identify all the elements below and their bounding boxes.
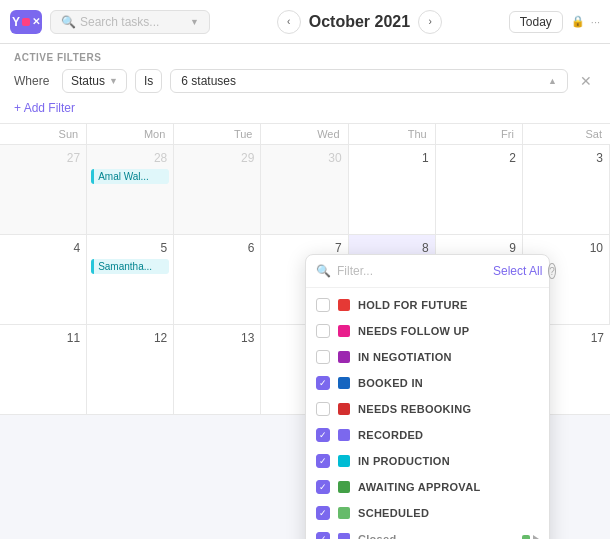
cal-num: 3: [527, 149, 605, 167]
next-month-button[interactable]: ›: [418, 10, 442, 34]
day-fri: Fri: [436, 124, 523, 144]
day-sat: Sat: [523, 124, 610, 144]
status-checkbox-closed[interactable]: [316, 532, 330, 539]
cal-cell-13[interactable]: 13: [174, 325, 261, 415]
status-color-in_negotiation: [338, 351, 350, 363]
filter-close-button[interactable]: ✕: [576, 71, 596, 91]
status-item-needs_rebooking[interactable]: NEEDS REBOOKING: [306, 396, 549, 422]
logo-x: ✕: [32, 16, 40, 27]
status-label-needs_rebooking: NEEDS REBOOKING: [358, 403, 539, 415]
statuses-label: 6 statuses: [181, 74, 236, 88]
cal-num: 6: [178, 239, 256, 257]
status-item-needs_follow_up[interactable]: NEEDS FOLLOW UP: [306, 318, 549, 344]
status-item-in_production[interactable]: IN PRODUCTION: [306, 448, 549, 474]
add-filter-button[interactable]: + Add Filter: [14, 101, 596, 115]
header-icons: 🔒 ···: [571, 15, 600, 28]
cal-cell-5[interactable]: 5 Samantha...: [87, 235, 174, 325]
status-checkbox-in_negotiation[interactable]: [316, 350, 330, 364]
status-color-awaiting_approval: [338, 481, 350, 493]
status-label-in_negotiation: IN NEGOTIATION: [358, 351, 539, 363]
status-select-label: Status: [71, 74, 105, 88]
cal-cell-2[interactable]: 2: [436, 145, 523, 235]
logo-y: Y: [12, 15, 20, 29]
search-caret: ▼: [190, 17, 199, 27]
day-sun: Sun: [0, 124, 87, 144]
day-tue: Tue: [174, 124, 261, 144]
filters-bar: ACTIVE FILTERS Where Status ▼ Is 6 statu…: [0, 44, 610, 124]
cal-num: 29: [178, 149, 256, 167]
status-item-closed[interactable]: Closed: [306, 526, 549, 539]
more-icon[interactable]: ···: [591, 16, 600, 28]
cal-cell-30[interactable]: 30: [261, 145, 348, 235]
cal-cell-1[interactable]: 1: [349, 145, 436, 235]
cal-cell-28[interactable]: 28 Amal Wal...: [87, 145, 174, 235]
search-bar[interactable]: 🔍 Search tasks... ▼: [50, 10, 210, 34]
status-label-scheduled: SCHEDULED: [358, 507, 539, 519]
header-right: Today 🔒 ···: [509, 11, 600, 33]
status-color-needs_follow_up: [338, 325, 350, 337]
status-dropdown: 🔍 Select All ? HOLD FOR FUTURENEEDS FOLL…: [305, 254, 550, 539]
status-checkbox-in_production[interactable]: [316, 454, 330, 468]
cal-num: 28: [91, 149, 169, 167]
status-item-awaiting_approval[interactable]: AWAITING APPROVAL: [306, 474, 549, 500]
filter-where-label: Where: [14, 74, 54, 88]
calendar-area: Sun Mon Tue Wed Thu Fri Sat 27 28 Amal W…: [0, 124, 610, 415]
status-checkbox-hold_for_future[interactable]: [316, 298, 330, 312]
month-title: October 2021: [309, 13, 410, 31]
filter-is[interactable]: Is: [135, 69, 162, 93]
cal-cell-29[interactable]: 29: [174, 145, 261, 235]
status-item-hold_for_future[interactable]: HOLD FOR FUTURE: [306, 292, 549, 318]
status-checkbox-recorded[interactable]: [316, 428, 330, 442]
statuses-caret: ▲: [548, 76, 557, 86]
status-checkbox-booked_in[interactable]: [316, 376, 330, 390]
status-item-booked_in[interactable]: BOOKED IN: [306, 370, 549, 396]
select-all-link[interactable]: Select All: [493, 264, 542, 278]
status-color-needs_rebooking: [338, 403, 350, 415]
prev-month-button[interactable]: ‹: [277, 10, 301, 34]
closed-mini-icons: [522, 535, 539, 539]
cal-num: 2: [440, 149, 518, 167]
help-icon[interactable]: ?: [548, 263, 556, 279]
status-color-recorded: [338, 429, 350, 441]
status-item-recorded[interactable]: RECORDED: [306, 422, 549, 448]
cal-cell-27[interactable]: 27: [0, 145, 87, 235]
cal-event-samantha[interactable]: Samantha...: [91, 259, 169, 274]
status-item-in_negotiation[interactable]: IN NEGOTIATION: [306, 344, 549, 370]
status-color-hold_for_future: [338, 299, 350, 311]
cal-num: 12: [91, 329, 169, 347]
active-filters-label: ACTIVE FILTERS: [14, 52, 596, 63]
status-select-caret: ▼: [109, 76, 118, 86]
status-label-booked_in: BOOKED IN: [358, 377, 539, 389]
status-checkbox-awaiting_approval[interactable]: [316, 480, 330, 494]
status-checkbox-needs_rebooking[interactable]: [316, 402, 330, 416]
cal-cell-11[interactable]: 11: [0, 325, 87, 415]
filter-statuses[interactable]: 6 statuses ▲: [170, 69, 568, 93]
day-thu: Thu: [349, 124, 436, 144]
cal-cell-4[interactable]: 4: [0, 235, 87, 325]
status-label-needs_follow_up: NEEDS FOLLOW UP: [358, 325, 539, 337]
status-filter-input[interactable]: [337, 264, 487, 278]
cal-num: 30: [265, 149, 343, 167]
search-icon: 🔍: [316, 264, 331, 278]
status-label-hold_for_future: HOLD FOR FUTURE: [358, 299, 539, 311]
status-color-scheduled: [338, 507, 350, 519]
closed-mini-dot: [522, 535, 530, 539]
cal-cell-12[interactable]: 12: [87, 325, 174, 415]
app-logo: Y ✕: [10, 10, 42, 34]
cal-event-amal[interactable]: Amal Wal...: [91, 169, 169, 184]
cal-cell-3[interactable]: 3: [523, 145, 610, 235]
search-placeholder: Search tasks...: [80, 15, 159, 29]
search-icon: 🔍: [61, 15, 76, 29]
closed-mini-arrow: [533, 535, 539, 539]
status-checkbox-needs_follow_up[interactable]: [316, 324, 330, 338]
status-filter-select[interactable]: Status ▼: [62, 69, 127, 93]
status-label-in_production: IN PRODUCTION: [358, 455, 539, 467]
status-color-closed: [338, 533, 350, 539]
lock-icon: 🔒: [571, 15, 585, 28]
status-item-scheduled[interactable]: SCHEDULED: [306, 500, 549, 526]
today-button[interactable]: Today: [509, 11, 563, 33]
status-label-awaiting_approval: AWAITING APPROVAL: [358, 481, 539, 493]
dropdown-search-bar: 🔍 Select All ?: [306, 255, 549, 288]
cal-cell-6[interactable]: 6: [174, 235, 261, 325]
status-checkbox-scheduled[interactable]: [316, 506, 330, 520]
